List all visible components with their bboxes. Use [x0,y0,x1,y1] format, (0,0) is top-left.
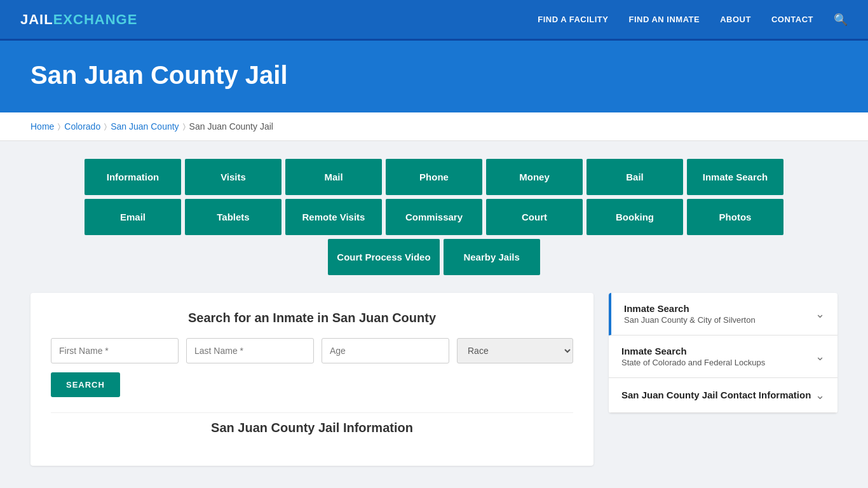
btn-row-3: Court Process Video Nearby Jails [328,239,539,275]
logo[interactable]: JAILEXCHANGE [20,11,137,28]
main-content: Information Visits Mail Phone Money Bail… [0,141,868,488]
btn-information[interactable]: Information [85,159,181,195]
first-name-input[interactable] [51,338,179,363]
breadcrumb-san-juan-county[interactable]: San Juan County [111,121,179,132]
btn-row-2: Email Tablets Remote Visits Commissary C… [85,199,783,235]
btn-photos[interactable]: Photos [687,199,783,235]
chevron-icon-2: 〉 [104,122,107,131]
breadcrumb-home[interactable]: Home [31,121,54,132]
breadcrumb-current: San Juan County Jail [189,121,273,132]
nav-about[interactable]: ABOUT [720,15,751,24]
btn-mail[interactable]: Mail [285,159,382,195]
btn-phone[interactable]: Phone [386,159,482,195]
btn-nearby-jails[interactable]: Nearby Jails [444,239,540,275]
last-name-input[interactable] [186,338,314,363]
hero-banner: San Juan County Jail [0,41,868,112]
chevron-down-icon-3: ⌄ [815,388,825,402]
btn-remote-visits[interactable]: Remote Visits [285,199,382,235]
left-panel: Search for an Inmate in San Juan County … [31,293,593,466]
age-input[interactable] [322,338,449,363]
race-select[interactable]: Race White Black Hispanic Asian Native A… [457,338,573,363]
breadcrumb: Home 〉 Colorado 〉 San Juan County 〉 San … [0,112,868,141]
btn-court[interactable]: Court [486,199,583,235]
btn-email[interactable]: Email [85,199,181,235]
logo-exchange: EXCHANGE [53,11,138,28]
btn-inmate-search[interactable]: Inmate Search [687,159,783,195]
sidebar-item-2[interactable]: Inmate Search State of Colorado and Fede… [609,336,837,378]
category-button-grid: Information Visits Mail Phone Money Bail… [31,159,837,275]
search-button[interactable]: SEARCH [51,372,120,397]
sidebar-title-1: Inmate Search [624,303,756,314]
info-section-title: San Juan County Jail Information [51,412,573,435]
chevron-down-icon-2: ⌄ [815,349,825,363]
btn-tablets[interactable]: Tablets [185,199,281,235]
nav-find-facility[interactable]: FIND A FACILITY [538,15,608,24]
content-area: Search for an Inmate in San Juan County … [31,293,837,466]
btn-row-1: Information Visits Mail Phone Money Bail… [85,159,783,195]
btn-visits[interactable]: Visits [185,159,281,195]
nav-contact[interactable]: CONTACT [771,15,813,24]
btn-court-process-video[interactable]: Court Process Video [328,239,439,275]
sidebar-sub-2: State of Colorado and Federal Lockups [621,358,765,367]
form-row-names: Race White Black Hispanic Asian Native A… [51,338,573,363]
nav-find-inmate[interactable]: FIND AN INMATE [628,15,700,24]
btn-money[interactable]: Money [486,159,583,195]
header: JAILEXCHANGE FIND A FACILITY FIND AN INM… [0,0,868,41]
right-panel: Inmate Search San Juan County & City of … [609,293,837,413]
page-title: San Juan County Jail [31,61,837,90]
inmate-search-form: Race White Black Hispanic Asian Native A… [51,338,573,397]
breadcrumb-colorado[interactable]: Colorado [64,121,100,132]
btn-bail[interactable]: Bail [587,159,683,195]
chevron-icon-1: 〉 [58,122,60,131]
logo-jail: JAIL [20,11,53,28]
sidebar-item-3[interactable]: San Juan County Jail Contact Information… [609,378,837,413]
search-heading: Search for an Inmate in San Juan County [51,311,573,325]
sidebar-title-2: Inmate Search [621,346,765,356]
btn-booking[interactable]: Booking [587,199,683,235]
search-icon[interactable]: 🔍 [834,13,848,27]
sidebar-sub-1: San Juan County & City of Silverton [624,315,756,325]
sidebar-title-3: San Juan County Jail Contact Information [621,390,811,400]
main-nav: FIND A FACILITY FIND AN INMATE ABOUT CON… [538,13,848,27]
chevron-icon-3: 〉 [183,122,186,131]
chevron-down-icon-1: ⌄ [815,307,825,321]
btn-commissary[interactable]: Commissary [386,199,482,235]
sidebar-item-1[interactable]: Inmate Search San Juan County & City of … [609,293,837,336]
